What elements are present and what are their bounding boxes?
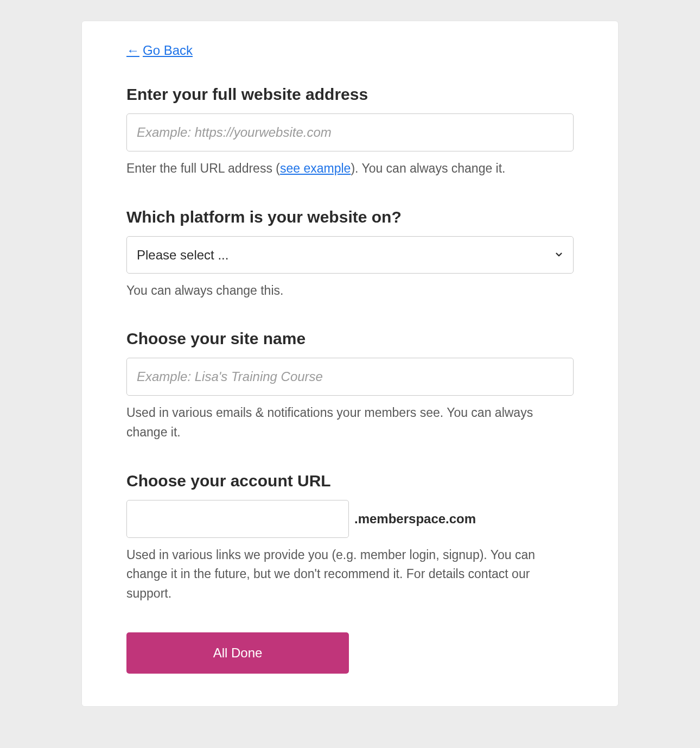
website-address-input[interactable]: [126, 113, 574, 151]
account-url-help: Used in various links we provide you (e.…: [126, 546, 574, 604]
setup-form-card: ← Go Back Enter your full website addres…: [81, 21, 619, 707]
platform-group: Which platform is your website on? Pleas…: [126, 208, 574, 301]
go-back-label: Go Back: [143, 43, 193, 58]
account-url-input[interactable]: [126, 500, 349, 538]
platform-select-wrapper: Please select ...: [126, 236, 574, 274]
platform-select[interactable]: Please select ...: [126, 236, 574, 274]
website-address-label: Enter your full website address: [126, 85, 574, 104]
platform-label: Which platform is your website on?: [126, 208, 574, 226]
all-done-button[interactable]: All Done: [126, 632, 349, 674]
site-name-label: Choose your site name: [126, 329, 574, 348]
see-example-link[interactable]: see example: [280, 161, 351, 175]
account-url-group: Choose your account URL .memberspace.com…: [126, 472, 574, 604]
account-url-row: .memberspace.com: [126, 500, 574, 538]
website-address-help: Enter the full URL address (see example)…: [126, 159, 574, 179]
site-name-help: Used in various emails & notifications y…: [126, 403, 574, 442]
platform-help: You can always change this.: [126, 281, 574, 301]
arrow-left-icon: ←: [126, 43, 139, 58]
site-name-group: Choose your site name Used in various em…: [126, 329, 574, 442]
website-address-group: Enter your full website address Enter th…: [126, 85, 574, 179]
site-name-input[interactable]: [126, 358, 574, 396]
go-back-link[interactable]: ← Go Back: [126, 43, 193, 58]
account-url-suffix: .memberspace.com: [354, 511, 476, 527]
account-url-label: Choose your account URL: [126, 472, 574, 490]
